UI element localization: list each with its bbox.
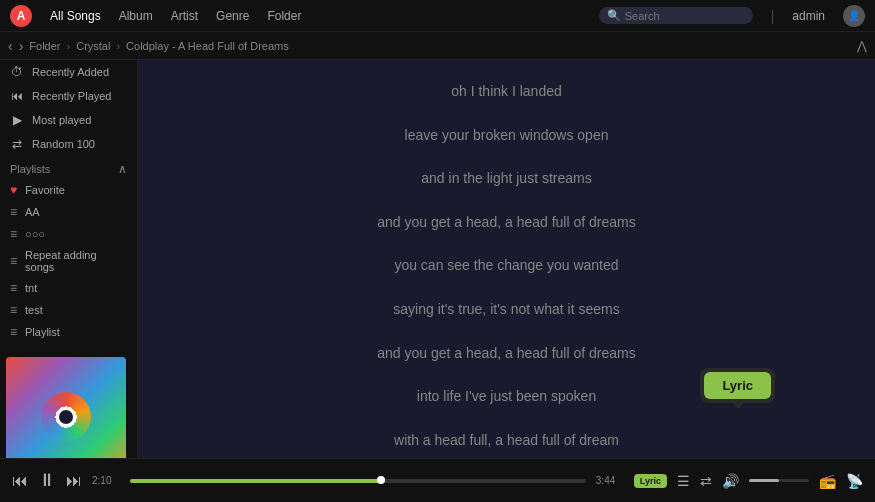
search-wrap: 🔍	[599, 7, 753, 24]
avatar[interactable]: 👤	[843, 5, 865, 27]
playlist-playlist[interactable]: ≡ Playlist	[0, 321, 137, 343]
top-nav: A All Songs Album Artist Genre Folder 🔍 …	[0, 0, 875, 32]
lyric-line-8: with a head full, a head full of dream	[178, 419, 835, 458]
volume-bar[interactable]	[749, 479, 809, 482]
recently-added-icon: ⏱	[10, 65, 24, 79]
lyric-tooltip: Lyric	[700, 368, 775, 403]
user-label: admin	[792, 9, 825, 23]
nav-back[interactable]: ‹	[8, 38, 13, 54]
breadcrumb-sep2: ›	[116, 40, 120, 52]
sidebar-recently-added[interactable]: ⏱ Recently Added	[0, 60, 137, 84]
playlist-tnt[interactable]: ≡ tnt	[0, 277, 137, 299]
app-icon: A	[10, 5, 32, 27]
playlist-favorite[interactable]: ♥ Favorite	[0, 179, 137, 201]
playlists-collapse-icon[interactable]: ∧	[118, 162, 127, 176]
sidebar-most-played-label: Most played	[32, 114, 91, 126]
playlist-icon6: ≡	[10, 325, 17, 339]
nav-links: All Songs Album Artist Genre Folder	[50, 5, 581, 27]
volume-fill	[749, 479, 779, 482]
album-art-container: A Head Full of Dreams Coldplay ✏ ➕	[0, 351, 137, 458]
nav-divider: |	[771, 8, 775, 24]
album-art-center	[59, 410, 73, 424]
lyrics-panel: oh I think I landed leave your broken wi…	[138, 60, 875, 458]
volume-icon[interactable]: 🔊	[722, 473, 739, 489]
playlist-icon5: ≡	[10, 303, 17, 317]
album-art	[6, 357, 126, 458]
play-pause-button[interactable]: ⏸	[38, 470, 56, 491]
breadcrumb-current: Coldplay - A Head Full of Dreams	[126, 40, 289, 52]
playlists-label: Playlists	[10, 163, 50, 175]
playlist-dots[interactable]: ≡ ○○○	[0, 223, 137, 245]
lyric-line-4: you can see the change you wanted	[178, 244, 835, 288]
playlist-playlist-label: Playlist	[25, 326, 60, 338]
radio-button[interactable]: 📻	[819, 473, 836, 489]
sidebar-recently-played-label: Recently Played	[32, 90, 112, 102]
total-time: 3:44	[596, 475, 624, 486]
play-prev-button[interactable]: ⏮	[12, 472, 28, 490]
play-next-button[interactable]: ⏭	[66, 472, 82, 490]
current-time: 2:10	[92, 475, 120, 486]
nav-album[interactable]: Album	[119, 5, 153, 27]
playlist-aa-label: AA	[25, 206, 40, 218]
bottom-bar: ⏮ ⏸ ⏭ 2:10 3:44 Lyric ☰ ⇄ 🔊 📻 📡	[0, 458, 875, 502]
nav-artist[interactable]: Artist	[171, 5, 198, 27]
progress-thumb	[377, 476, 385, 484]
progress-fill	[130, 479, 381, 483]
breadcrumb-sep1: ›	[67, 40, 71, 52]
progress-bar[interactable]	[130, 479, 586, 483]
album-art-inner	[41, 392, 91, 442]
lyric-line-3: and you get a head, a head full of dream…	[178, 201, 835, 245]
lyric-line-1: leave your broken windows open	[178, 114, 835, 158]
playlist-repeat[interactable]: ≡ Repeat adding songs	[0, 245, 137, 277]
lyric-tooltip-arrow	[732, 403, 744, 409]
playlist-tnt-label: tnt	[25, 282, 37, 294]
search-icon: 🔍	[607, 9, 621, 22]
sidebar-recently-played[interactable]: ⏮ Recently Played	[0, 84, 137, 108]
lyric-tooltip-button[interactable]: Lyric	[704, 372, 771, 399]
playlist-icon: ≡	[10, 205, 17, 219]
lyric-line-5: saying it's true, it's not what it seems	[178, 288, 835, 332]
playlist-repeat-label: Repeat adding songs	[25, 249, 127, 273]
nav-forward[interactable]: ›	[19, 38, 24, 54]
breadcrumb-folder[interactable]: Folder	[29, 40, 60, 52]
playlist-icon3: ≡	[10, 254, 17, 268]
sidebar-random-label: Random 100	[32, 138, 95, 150]
sidebar: ⏱ Recently Added ⏮ Recently Played ▶ Mos…	[0, 60, 138, 458]
playlist-icon2: ≡	[10, 227, 17, 241]
playlist-test-label: test	[25, 304, 43, 316]
playlist-favorite-label: Favorite	[25, 184, 65, 196]
most-played-icon: ▶	[10, 113, 24, 127]
nav-folder[interactable]: Folder	[267, 5, 301, 27]
playlist-test[interactable]: ≡ test	[0, 299, 137, 321]
playlist-dots-label: ○○○	[25, 228, 45, 240]
list-view-button[interactable]: ☰	[677, 473, 690, 489]
collapse-icon[interactable]: ⋀	[857, 39, 867, 53]
cast-button[interactable]: 📡	[846, 473, 863, 489]
lyric-line-2: and in the light just streams	[178, 157, 835, 201]
playlist-aa[interactable]: ≡ AA	[0, 201, 137, 223]
nav-all-songs[interactable]: All Songs	[50, 5, 101, 27]
search-input[interactable]	[625, 10, 745, 22]
random-icon: ⇄	[10, 137, 24, 151]
sidebar-random[interactable]: ⇄ Random 100	[0, 132, 137, 156]
lyric-badge[interactable]: Lyric	[634, 474, 667, 488]
breadcrumb-crystal[interactable]: Crystal	[76, 40, 110, 52]
breadcrumb-bar: ‹ › Folder › Crystal › Coldplay - A Head…	[0, 32, 875, 60]
playlists-section: Playlists ∧	[0, 156, 137, 179]
main-content: ⏱ Recently Added ⏮ Recently Played ▶ Mos…	[0, 60, 875, 458]
heart-icon: ♥	[10, 183, 17, 197]
sidebar-recently-added-label: Recently Added	[32, 66, 109, 78]
shuffle-button[interactable]: ⇄	[700, 473, 712, 489]
recently-played-icon: ⏮	[10, 89, 24, 103]
nav-genre[interactable]: Genre	[216, 5, 249, 27]
lyric-line-0: oh I think I landed	[178, 70, 835, 114]
sidebar-most-played[interactable]: ▶ Most played	[0, 108, 137, 132]
playlist-icon4: ≡	[10, 281, 17, 295]
